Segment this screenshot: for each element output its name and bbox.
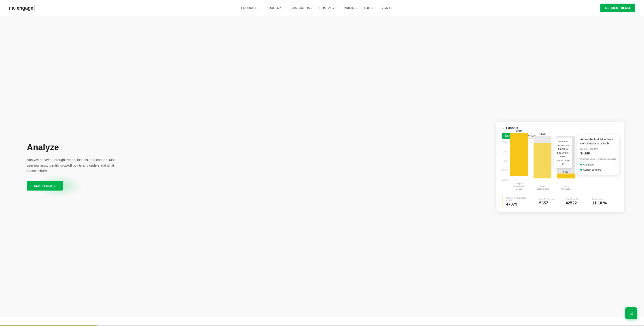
chat-icon: ⊡: [629, 310, 633, 316]
nav-item-company[interactable]: COMPANY ▾: [319, 6, 337, 10]
y-axis: 50000 40000 30000 20000 10000 0: [502, 141, 510, 191]
chevron-right-icon: ›: [615, 163, 616, 166]
logo[interactable]: moengage: [9, 5, 34, 11]
stats-row: Step 1 / Product detail viewed 47879 → S…: [502, 193, 618, 207]
tooltip-item-campaign[interactable]: Campaign ›: [580, 162, 616, 167]
navbar-links: PRODUCT ▾ INDUSTRY ▾ CUSTOMERS ▾ COMPANY…: [241, 6, 393, 10]
main-section: Analyze Analyze behavior through trends,…: [0, 16, 644, 317]
funnels-title: Funnels: [506, 126, 518, 130]
nav-item-signup[interactable]: SIGN UP: [381, 6, 394, 10]
chart-container: 50000 40000 30000 20000 10000 0 47879: [502, 141, 618, 191]
chevron-right-icon: ›: [615, 168, 616, 172]
tooltip-item-custom-segment[interactable]: Custom Segment ›: [580, 167, 616, 173]
funnels-widget: ▽ Funnels Numbers Percentage Download 50…: [496, 122, 626, 212]
hero-content: Analyze Analyze behavior through trends,…: [27, 143, 121, 191]
nav-item-industry[interactable]: INDUSTRY ▾: [266, 6, 284, 10]
request-demo-button[interactable]: REQUEST DEMO: [600, 4, 635, 12]
bar-step1: 47879 Step 1Product detail viewed: [510, 130, 528, 190]
hero-description: Analyze behavior through trends, funnels…: [27, 157, 121, 174]
bar-step2: 40525 Step 2Added to Cart View your co: [534, 133, 552, 190]
bar-step2-rect: [534, 143, 552, 179]
chevron-down-icon: ▾: [282, 7, 284, 9]
bar-step2-bg: [534, 136, 552, 179]
funnels-header: ▽ Funnels: [502, 126, 618, 130]
logo-engage: engage: [16, 5, 34, 11]
funnels-card: ▽ Funnels Numbers Percentage Download 50…: [496, 122, 624, 212]
nav-item-product[interactable]: PRODUCT ▾: [241, 6, 258, 10]
stat-step3: Step 3 / Purchase 5357: [539, 198, 566, 206]
bar-step1-rect: [510, 133, 528, 176]
nav-item-customers[interactable]: CUSTOMERS ▾: [290, 6, 312, 10]
learn-more-button[interactable]: LEARN MORE: [27, 181, 63, 191]
nav-item-pricing[interactable]: PRICING: [344, 6, 357, 10]
navbar: moengage PRODUCT ▾ INDUSTRY ▾ CUSTOMERS …: [0, 0, 644, 16]
stat-conversions: Conversions 11.18 %: [592, 198, 618, 206]
stat-dropoffs: Total Drop-Offs 42522: [566, 198, 592, 206]
stat-step1: Step 1 / Product detail viewed 47879: [506, 197, 532, 207]
chat-button[interactable]: ⊡: [625, 307, 637, 317]
bars-container: 47879 Step 1Product detail viewed 40525: [510, 141, 618, 191]
funnel-icon: ▽: [502, 126, 504, 130]
chevron-down-icon: ▾: [336, 7, 337, 9]
nav-item-login[interactable]: LOGIN: [364, 6, 374, 10]
logo-mo: mo: [9, 5, 16, 11]
hero-heading: Analyze: [27, 143, 121, 152]
stat-divider: [502, 196, 502, 207]
chevron-down-icon: ▾: [311, 7, 312, 9]
chevron-down-icon: ▾: [257, 7, 258, 9]
tooltip-funnel: View your conversion funnel to find wher…: [554, 137, 572, 168]
bar-step3-rect: [557, 174, 575, 179]
tooltip-action: Act on the insight without switching tab…: [577, 135, 620, 175]
